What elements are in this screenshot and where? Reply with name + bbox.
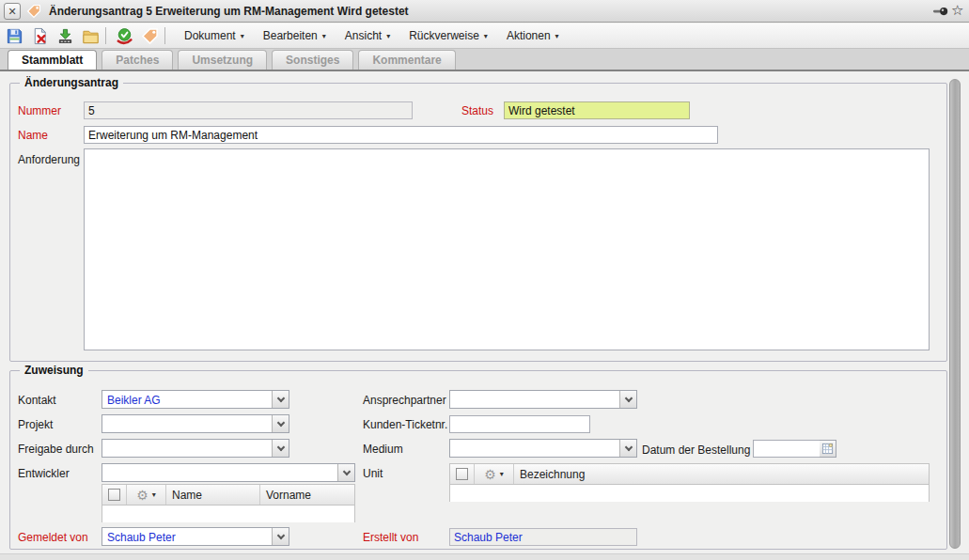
status-label: Status xyxy=(461,104,493,117)
medium-label: Medium xyxy=(363,443,403,456)
name-field[interactable] xyxy=(84,126,718,144)
kunden-ticketnr-field[interactable] xyxy=(449,415,590,433)
menu-dokument[interactable]: Dokument ▾ xyxy=(175,26,254,45)
chevron-down-icon: ▾ xyxy=(500,470,504,478)
unit-label: Unit xyxy=(363,467,383,480)
erstellt-von-field[interactable] xyxy=(449,528,637,546)
tag-icon[interactable] xyxy=(138,25,161,46)
toolbar-separator xyxy=(164,27,165,44)
chevron-down-icon[interactable] xyxy=(337,464,354,481)
tab-stammblatt[interactable]: Stammblatt xyxy=(8,50,97,70)
menu-label: Rückverweise xyxy=(409,29,479,42)
column-header-vorname[interactable]: Vorname xyxy=(260,485,354,505)
title-bar: ✕ Änderungsantrag 5 Erweiterung um RM-Ma… xyxy=(0,0,969,23)
status-field[interactable] xyxy=(504,101,690,119)
fieldset-zuweisung: Zuweisung Kontakt Beikler AG Projekt Fre… xyxy=(9,370,947,550)
open-folder-icon[interactable] xyxy=(79,25,102,46)
entwickler-label: Entwickler xyxy=(18,467,70,480)
table-actions-cell[interactable]: ⚙▾ xyxy=(475,464,514,484)
name-label: Name xyxy=(18,129,48,142)
erstellt-von-label: Erstellt von xyxy=(363,531,418,544)
menu-bar: Dokument ▾ Bearbeiten ▾ Ansicht ▾ Rückve… xyxy=(175,26,569,45)
column-header-name[interactable]: Name xyxy=(166,485,260,505)
menu-aktionen[interactable]: Aktionen ▾ xyxy=(497,26,569,45)
fieldset-aenderungsantrag: Änderungsantrag Nummer Status Name Anfor… xyxy=(9,83,947,362)
chevron-down-icon[interactable] xyxy=(272,440,289,457)
fieldset-legend: Änderungsantrag xyxy=(20,76,123,89)
menu-label: Aktionen xyxy=(507,29,551,42)
chevron-down-icon: ▾ xyxy=(386,32,390,40)
vertical-scrollbar[interactable] xyxy=(949,79,961,549)
anforderung-label: Anforderung xyxy=(18,153,80,166)
medium-combo[interactable] xyxy=(449,439,637,458)
tab-patches[interactable]: Patches xyxy=(102,50,173,70)
unit-table-header: ⚙▾ Bezeichnung xyxy=(450,464,929,485)
menu-rueckverweise[interactable]: Rückverweise ▾ xyxy=(399,26,497,45)
entwickler-combo[interactable] xyxy=(102,463,355,482)
chevron-down-icon[interactable] xyxy=(619,391,636,408)
freigabe-durch-combo[interactable] xyxy=(102,439,289,458)
nummer-field[interactable] xyxy=(84,101,413,119)
unit-table: ⚙▾ Bezeichnung xyxy=(449,463,930,502)
chevron-down-icon[interactable] xyxy=(272,391,289,408)
window-bottom-edge xyxy=(0,553,969,560)
tab-bar: Stammblatt Patches Umsetzung Sonstiges K… xyxy=(0,49,969,71)
import-icon[interactable] xyxy=(54,25,76,46)
menu-label: Dokument xyxy=(184,29,236,42)
datum-der-bestellung-label: Datum der Bestellung xyxy=(642,443,750,457)
menu-bearbeiten[interactable]: Bearbeiten ▾ xyxy=(254,26,336,45)
menu-ansicht[interactable]: Ansicht ▾ xyxy=(336,26,399,45)
projekt-combo[interactable] xyxy=(102,414,289,433)
table-row[interactable] xyxy=(102,506,354,522)
checkbox[interactable] xyxy=(108,489,120,501)
chevron-down-icon[interactable] xyxy=(272,528,289,545)
tab-kommentare[interactable]: Kommentare xyxy=(358,50,455,70)
form-content: Änderungsantrag Nummer Status Name Anfor… xyxy=(0,71,969,560)
delete-document-icon[interactable] xyxy=(28,25,51,46)
toolbar: Dokument ▾ Bearbeiten ▾ Ansicht ▾ Rückve… xyxy=(0,23,969,49)
menu-label: Ansicht xyxy=(345,29,382,42)
datum-der-bestellung-field[interactable] xyxy=(753,440,821,458)
gear-icon[interactable]: ⚙ xyxy=(136,489,148,502)
gemeldet-von-value: Schaub Peter xyxy=(107,531,270,544)
calendar-picker-icon[interactable] xyxy=(820,440,836,458)
ansprechpartner-combo[interactable] xyxy=(449,390,637,409)
chevron-down-icon: ▾ xyxy=(241,32,244,40)
pin-icon[interactable] xyxy=(932,4,949,19)
kontakt-value: Beikler AG xyxy=(107,394,270,407)
checkbox[interactable] xyxy=(456,468,468,480)
gemeldet-von-combo[interactable]: Schaub Peter xyxy=(102,527,289,546)
kunden-ticketnr-label: Kunden-Ticketnr. xyxy=(363,418,447,431)
chevron-down-icon: ▾ xyxy=(484,32,488,40)
projekt-label: Projekt xyxy=(18,418,53,431)
select-all-checkbox-cell[interactable] xyxy=(102,485,127,505)
chevron-down-icon: ▾ xyxy=(322,32,326,40)
save-icon[interactable] xyxy=(3,25,25,46)
favorite-star-icon[interactable]: ☆ xyxy=(951,2,963,19)
gear-icon[interactable]: ⚙ xyxy=(484,468,496,481)
table-actions-cell[interactable]: ⚙▾ xyxy=(127,485,166,505)
tab-umsetzung[interactable]: Umsetzung xyxy=(178,50,267,70)
chevron-down-icon: ▾ xyxy=(152,490,156,499)
chevron-down-icon[interactable] xyxy=(272,415,289,432)
gemeldet-von-label: Gemeldet von xyxy=(18,531,88,544)
chevron-down-icon[interactable] xyxy=(619,440,636,457)
column-header-bezeichnung[interactable]: Bezeichnung xyxy=(514,464,929,484)
chevron-down-icon: ▾ xyxy=(555,32,559,40)
fieldset-legend: Zuweisung xyxy=(20,364,88,377)
select-all-checkbox-cell[interactable] xyxy=(450,464,475,484)
tab-sonstiges[interactable]: Sonstiges xyxy=(272,50,353,70)
entwickler-table: ⚙▾ Name Vorname xyxy=(102,484,355,522)
nummer-label: Nummer xyxy=(18,104,61,117)
approve-icon[interactable] xyxy=(113,25,135,46)
application-window: ✕ Änderungsantrag 5 Erweiterung um RM-Ma… xyxy=(0,0,969,560)
close-icon[interactable]: ✕ xyxy=(4,3,21,20)
kontakt-combo[interactable]: Beikler AG xyxy=(102,390,289,409)
toolbar-separator xyxy=(105,27,106,44)
table-row[interactable] xyxy=(450,485,929,502)
window-title: Änderungsantrag 5 Erweiterung um RM-Mana… xyxy=(49,5,409,18)
ansprechpartner-label: Ansprechpartner xyxy=(363,394,446,407)
entwickler-table-header: ⚙▾ Name Vorname xyxy=(102,485,354,506)
anforderung-field[interactable] xyxy=(84,148,930,350)
tag-icon xyxy=(26,4,41,19)
